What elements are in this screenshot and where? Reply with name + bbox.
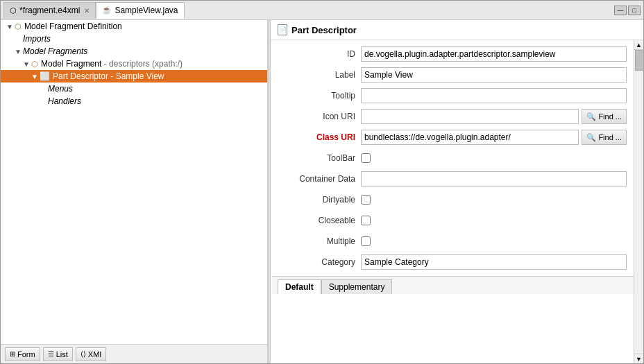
tab-sampleview-label: SampleView.java <box>115 6 178 15</box>
scrollbar-track <box>634 50 643 354</box>
find-icon: 🔍 <box>586 112 596 121</box>
java-tab-icon: ☕ <box>102 6 112 15</box>
xmi-button[interactable]: ⟨⟩ XMI <box>76 347 107 361</box>
tree-arrow: ▼ <box>31 73 40 80</box>
class-uri-find-button[interactable]: 🔍 Find ... <box>582 130 627 145</box>
fragment-icon: ⬡ <box>15 22 22 31</box>
toolbar-label: ToolBar <box>278 153 361 163</box>
form-row-icon-uri: Icon URI 🔍 Find ... <box>278 108 627 125</box>
category-label: Category <box>278 257 361 267</box>
tree-arrow: ▼ <box>23 60 31 68</box>
category-input[interactable] <box>361 254 627 270</box>
xmi-button-label: XMI <box>88 350 102 358</box>
form-row-container-data: Container Data <box>278 171 627 187</box>
scrollbar-up-arrow[interactable]: ▲ <box>634 40 643 50</box>
form-row-category: Category <box>278 254 627 270</box>
icon-uri-label: Icon URI <box>278 112 361 121</box>
tab-fragment[interactable]: ⬡ *fragment.e4xmi ✕ <box>3 2 96 19</box>
tree-label-model-fragment-def: Model Fragment Definition <box>24 21 122 31</box>
tab-supplementary[interactable]: Supplementary <box>321 279 393 294</box>
main-window: ⬡ *fragment.e4xmi ✕ ☕ SampleView.java — … <box>0 0 644 364</box>
section-doc-icon: 📄 <box>278 24 287 35</box>
tooltip-label: Tooltip <box>278 91 361 101</box>
id-label: ID <box>278 49 361 59</box>
tree-label-part-descriptor: Part Descriptor - Sample View <box>53 71 164 81</box>
icon-uri-field-group: 🔍 Find ... <box>361 109 627 124</box>
title-bar: ⬡ *fragment.e4xmi ✕ ☕ SampleView.java — … <box>1 1 643 20</box>
section-title: Part Descriptor <box>291 25 357 35</box>
icon-uri-find-button[interactable]: 🔍 Find ... <box>582 109 627 124</box>
tree-node-imports[interactable]: Imports <box>1 33 267 45</box>
form-row-multiple: Multiple <box>278 233 627 250</box>
tree-label-menus: Menus <box>48 84 73 94</box>
fragment-tab-icon: ⬡ <box>10 6 17 15</box>
icon-uri-input[interactable] <box>361 109 579 124</box>
form-button-label: Form <box>17 350 35 358</box>
label-label: Label <box>278 70 361 80</box>
closeable-label: Closeable <box>278 216 361 225</box>
section-header: 📄 Part Descriptor <box>271 20 643 40</box>
tree-node-model-fragments[interactable]: ▼ Model Fragments <box>1 45 267 58</box>
tree-label-model-fragment: Model Fragment - descriptors (xpath:/) <box>41 59 183 69</box>
tree-label-model-fragments: Model Fragments <box>23 46 87 56</box>
form-row-toolbar: ToolBar <box>278 150 627 166</box>
main-content: ▼ ⬡ Model Fragment Definition Imports ▼ … <box>1 20 643 363</box>
dirtyable-label: Dirtyable <box>278 195 361 205</box>
id-input[interactable] <box>361 46 627 62</box>
list-button[interactable]: ☰ List <box>43 347 73 361</box>
container-data-label: Container Data <box>278 174 361 184</box>
scrollbar-thumb[interactable] <box>635 50 643 71</box>
class-uri-find-label: Find ... <box>598 133 622 141</box>
tree-node-model-fragment-def[interactable]: ▼ ⬡ Model Fragment Definition <box>1 20 267 33</box>
tree-node-handlers[interactable]: Handlers <box>1 95 267 107</box>
tree-node-menus[interactable]: Menus <box>1 83 267 95</box>
tree-node-model-fragment-descriptors[interactable]: ▼ ⬡ Model Fragment - descriptors (xpath:… <box>1 58 267 70</box>
icon-uri-find-label: Find ... <box>598 112 622 121</box>
form-row-id: ID <box>278 46 627 62</box>
multiple-checkbox[interactable] <box>361 236 371 246</box>
form-icon: ⊞ <box>10 350 15 358</box>
form-row-class-uri: Class URI 🔍 Find ... <box>278 129 627 146</box>
model-fragment-icon: ⬡ <box>31 60 38 69</box>
right-scrollbar[interactable]: ▲ ▼ <box>634 40 643 363</box>
closeable-checkbox[interactable] <box>361 216 371 225</box>
class-uri-label: Class URI <box>278 132 361 142</box>
dirtyable-checkbox[interactable] <box>361 195 371 205</box>
form-row-label: Label <box>278 67 627 83</box>
tree-arrow: ▼ <box>15 48 23 55</box>
tree-label-imports: Imports <box>23 34 51 44</box>
tab-fragment-label: *fragment.e4xmi <box>19 6 80 15</box>
label-input[interactable] <box>361 67 627 83</box>
tab-fragment-close[interactable]: ✕ <box>84 7 90 15</box>
form-row-dirtyable: Dirtyable <box>278 191 627 208</box>
tooltip-input[interactable] <box>361 88 627 103</box>
multiple-label: Multiple <box>278 236 361 246</box>
container-data-input[interactable] <box>361 171 627 187</box>
form-scroll-area: ID Label Tooltip Icon U <box>271 40 634 363</box>
part-icon: ⬜ <box>40 71 50 81</box>
find-icon-2: 🔍 <box>586 133 596 142</box>
window-controls: — □ <box>614 6 641 15</box>
tree-panel: ▼ ⬡ Model Fragment Definition Imports ▼ … <box>1 20 268 363</box>
tree-label-handlers: Handlers <box>48 96 81 106</box>
form-panel: 📄 Part Descriptor ID Label <box>271 20 643 363</box>
list-icon: ☰ <box>48 350 54 358</box>
form-row-tooltip: Tooltip <box>278 87 627 104</box>
bottom-tabs: Default Supplementary <box>272 276 634 294</box>
minimize-button[interactable]: — <box>614 6 627 15</box>
tree-node-part-descriptor[interactable]: ▼ ⬜ Part Descriptor - Sample View <box>1 70 267 83</box>
class-uri-field-group: 🔍 Find ... <box>361 130 627 145</box>
class-uri-input[interactable] <box>361 130 579 145</box>
form-row-closeable: Closeable <box>278 212 627 229</box>
tab-sampleview[interactable]: ☕ SampleView.java <box>96 2 184 19</box>
form-button[interactable]: ⊞ Form <box>5 347 40 361</box>
scrollbar-down-arrow[interactable]: ▼ <box>634 354 643 363</box>
tree-arrow: ▼ <box>6 23 15 31</box>
toolbar-checkbox[interactable] <box>361 153 371 163</box>
tree-toolbar: ⊞ Form ☰ List ⟨⟩ XMI <box>1 344 267 363</box>
maximize-button[interactable]: □ <box>628 6 641 15</box>
xmi-icon: ⟨⟩ <box>80 350 86 358</box>
tab-default[interactable]: Default <box>278 279 321 294</box>
list-button-label: List <box>56 350 68 358</box>
